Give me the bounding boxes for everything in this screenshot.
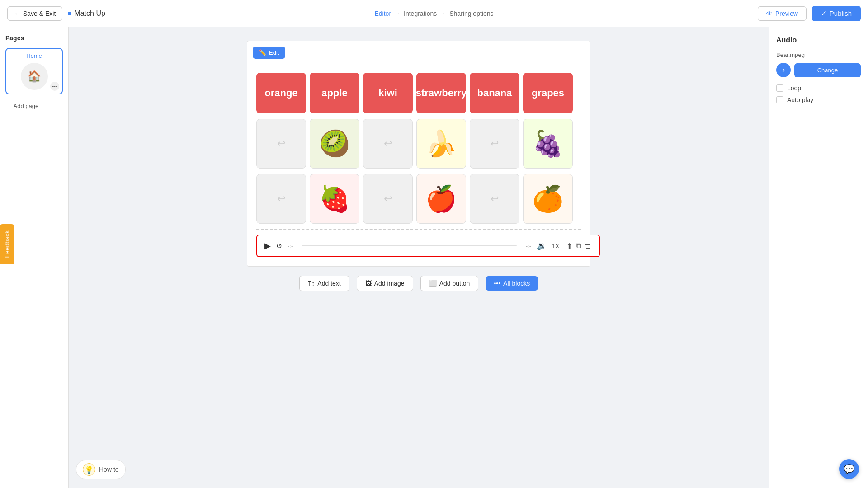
label-banana[interactable]: banana [470, 73, 519, 113]
main-content: ✏️ Edit orange apple kiwi strawberry ban… [69, 27, 769, 488]
button-icon: ⬜ [429, 280, 437, 287]
strawberry-image: 🍓 [319, 186, 350, 211]
how-to-label: How to [99, 466, 119, 473]
separator [256, 229, 581, 230]
audio-player[interactable]: ▶ ↺ -:- -:- 🔉 1X ⬆ ⧉ 🗑 [256, 235, 600, 257]
nav-arrow-2: → [440, 10, 446, 17]
loop-label: Loop [787, 84, 801, 92]
delete-button[interactable]: 🗑 [585, 242, 592, 250]
chat-icon: 💬 [844, 464, 855, 474]
how-to-button[interactable]: 💡 How to [76, 460, 126, 479]
change-audio-button[interactable]: Change [794, 63, 861, 77]
copy-button[interactable]: ⧉ [576, 242, 581, 250]
page-card-home[interactable]: Home 🏠 ••• [5, 48, 63, 94]
autoplay-checkbox[interactable] [776, 96, 783, 103]
redo-icon-1-1: ↩ [277, 138, 285, 150]
img-cell-1-4[interactable]: 🍌 [416, 119, 466, 169]
image-icon: 🖼 [365, 280, 372, 287]
audio-player-panel: ♪ Change [776, 63, 861, 77]
bottom-toolbar: T↕ Add text 🖼 Add image ⬜ Add button •••… [299, 276, 538, 291]
sidebar-title: Pages [5, 34, 63, 42]
text-icon: T↕ [308, 280, 315, 287]
img-cell-2-1[interactable]: ↩ [256, 174, 306, 224]
lightbulb-icon: 💡 [83, 463, 95, 476]
topbar: Save & Exit Match Up Editor → Integratio… [0, 0, 868, 27]
label-apple[interactable]: apple [310, 73, 359, 113]
match-grid: orange apple kiwi strawberry banana grap… [256, 73, 581, 224]
match-up-label: Match Up [68, 9, 105, 18]
add-text-button[interactable]: T↕ Add text [299, 276, 349, 291]
volume-icon[interactable]: 🔉 [537, 241, 547, 251]
img-cell-2-4[interactable]: 🍎 [416, 174, 466, 224]
img-cell-2-2[interactable]: 🍓 [310, 174, 359, 224]
page-thumbnail: 🏠 [21, 63, 48, 90]
play-button[interactable]: ▶ [264, 241, 271, 251]
topbar-center: Editor → Integrations → Sharing options [374, 10, 493, 17]
save-exit-label: Save & Exit [23, 10, 56, 17]
publish-button[interactable]: ✓ Publish [812, 6, 861, 21]
rewind-button[interactable]: ↺ [276, 242, 282, 250]
chat-bubble-button[interactable]: 💬 [839, 459, 859, 479]
label-strawberry[interactable]: strawberry [416, 73, 466, 113]
blocks-icon: ••• [494, 280, 500, 287]
add-page-label: Add page [14, 103, 39, 109]
plus-icon: + [7, 103, 11, 109]
redo-icon-2-5: ↩ [491, 193, 499, 205]
pencil-icon: ✏️ [259, 49, 266, 56]
feedback-tab[interactable]: Feedback [0, 224, 14, 264]
nav-integrations[interactable]: Integrations [404, 10, 437, 17]
loop-checkbox[interactable] [776, 84, 783, 92]
img-cell-1-5[interactable]: ↩ [470, 119, 519, 169]
redo-icon-1-5: ↩ [491, 138, 499, 150]
add-page-button[interactable]: + Add page [5, 101, 63, 111]
nav-arrow-1: → [395, 10, 400, 17]
img-cell-2-6[interactable]: 🍊 [523, 174, 573, 224]
audio-filename: Bear.mpeg [776, 52, 861, 58]
right-panel: Audio Bear.mpeg ♪ Change Loop Auto play [769, 27, 868, 488]
img-cell-2-3[interactable]: ↩ [363, 174, 413, 224]
fruit-labels-row: orange apple kiwi strawberry banana grap… [256, 73, 581, 113]
all-blocks-button[interactable]: ••• All blocks [486, 276, 538, 291]
add-button-label: Add button [439, 280, 470, 287]
preview-label: Preview [775, 10, 798, 17]
add-image-label: Add image [374, 280, 405, 287]
label-orange[interactable]: orange [256, 73, 306, 113]
canvas: ✏️ Edit orange apple kiwi strawberry ban… [247, 41, 590, 267]
loop-row: Loop [776, 84, 861, 92]
upload-button[interactable]: ⬆ [566, 242, 572, 250]
add-image-button[interactable]: 🖼 Add image [357, 276, 413, 291]
img-cell-2-5[interactable]: ↩ [470, 174, 519, 224]
autoplay-label: Auto play [787, 96, 813, 103]
grapes-image: 🍇 [532, 131, 564, 156]
speed-label[interactable]: 1X [552, 243, 559, 249]
edit-button[interactable]: ✏️ Edit [253, 47, 285, 59]
main-layout: Pages Home 🏠 ••• + Add page ✏️ Edit oran… [0, 27, 868, 488]
topbar-left: Save & Exit Match Up [7, 6, 105, 21]
player-track[interactable] [302, 245, 517, 246]
publish-label: Publish [830, 9, 852, 17]
save-exit-button[interactable]: Save & Exit [7, 6, 62, 21]
audio-play-button[interactable]: ♪ [776, 63, 791, 77]
fruit-images-row2: ↩ 🍓 ↩ 🍎 ↩ 🍊 [256, 174, 581, 224]
eye-icon: 👁 [766, 10, 773, 17]
label-kiwi[interactable]: kiwi [363, 73, 413, 113]
img-cell-1-2[interactable]: 🥝 [310, 119, 359, 169]
status-dot [68, 12, 71, 15]
page-menu-button[interactable]: ••• [50, 82, 59, 91]
add-button-button[interactable]: ⬜ Add button [420, 276, 479, 291]
orange-image: 🍊 [532, 186, 564, 211]
label-grapes[interactable]: grapes [523, 73, 573, 113]
img-cell-1-3[interactable]: ↩ [363, 119, 413, 169]
autoplay-row: Auto play [776, 96, 861, 103]
preview-button[interactable]: 👁 Preview [758, 6, 807, 21]
nav-editor[interactable]: Editor [374, 10, 391, 17]
apple-image: 🍎 [425, 186, 457, 211]
fruit-images-row1: ↩ 🥝 ↩ 🍌 ↩ 🍇 [256, 119, 581, 169]
page-label: Home [26, 52, 42, 59]
nav-sharing[interactable]: Sharing options [449, 10, 493, 17]
banana-image: 🍌 [425, 131, 457, 156]
img-cell-1-6[interactable]: 🍇 [523, 119, 573, 169]
img-cell-1-1[interactable]: ↩ [256, 119, 306, 169]
time-start: -:- [288, 243, 293, 249]
player-actions: ⬆ ⧉ 🗑 [566, 242, 592, 250]
